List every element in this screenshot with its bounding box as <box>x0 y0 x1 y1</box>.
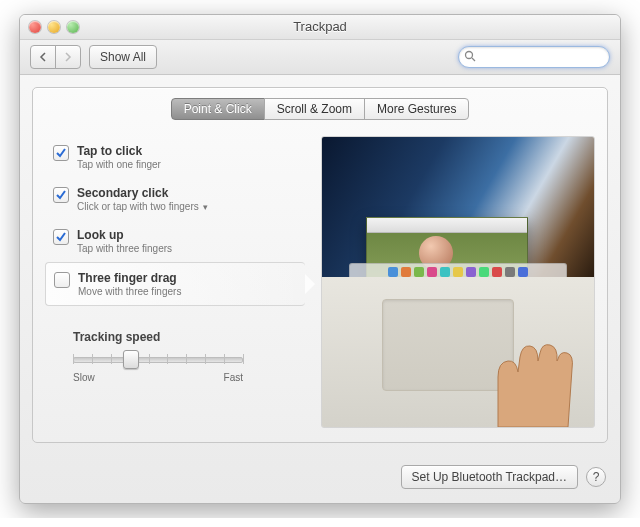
checkbox[interactable] <box>53 229 69 245</box>
tab-more-gestures[interactable]: More Gestures <box>364 98 469 120</box>
checkbox[interactable] <box>53 187 69 203</box>
back-button[interactable] <box>30 45 56 69</box>
preview-laptop-body <box>322 277 594 427</box>
svg-point-0 <box>466 52 473 59</box>
chevron-left-icon <box>39 52 47 62</box>
footer: Set Up Bluetooth Trackpad… ? <box>20 455 620 503</box>
setup-bluetooth-button[interactable]: Set Up Bluetooth Trackpad… <box>401 465 578 489</box>
slider-min-label: Slow <box>73 372 95 383</box>
forward-button[interactable] <box>55 45 81 69</box>
dock-app-icon <box>492 267 502 277</box>
nav-segment <box>30 45 81 69</box>
dock-app-icon <box>479 267 489 277</box>
gesture-preview <box>321 136 595 428</box>
preview-desktop <box>322 137 594 277</box>
slider-max-label: Fast <box>224 372 243 383</box>
help-label: ? <box>593 470 600 484</box>
titlebar: Trackpad <box>20 15 620 40</box>
tab-point-click[interactable]: Point & Click <box>171 98 265 120</box>
setup-bluetooth-label: Set Up Bluetooth Trackpad… <box>412 470 567 484</box>
dock-app-icon <box>440 267 450 277</box>
gesture-options: Tap to clickTap with one fingerSecondary… <box>45 136 305 428</box>
chevron-down-icon: ▾ <box>199 202 209 212</box>
search-input[interactable] <box>479 48 603 66</box>
dock-app-icon <box>388 267 398 277</box>
dock-app-icon <box>453 267 463 277</box>
tracking-speed-slider[interactable] <box>73 348 243 368</box>
option-label: Three finger drag <box>78 271 181 285</box>
tracking-speed-group: Tracking speed Slow Fast <box>45 330 305 383</box>
option-sub: Tap with one finger <box>77 159 161 170</box>
tab-bar: Point & ClickScroll & ZoomMore Gestures <box>45 98 595 120</box>
svg-line-1 <box>472 58 475 61</box>
option-sub[interactable]: Click or tap with two fingers ▾ <box>77 201 208 212</box>
checkbox[interactable] <box>54 272 70 288</box>
search-field[interactable] <box>458 46 610 68</box>
option-label: Secondary click <box>77 186 208 200</box>
show-all-label: Show All <box>100 50 146 64</box>
show-all-button[interactable]: Show All <box>89 45 157 69</box>
dock-app-icon <box>518 267 528 277</box>
option-sub: Tap with three fingers <box>77 243 172 254</box>
option-three-finger-drag[interactable]: Three finger dragMove with three fingers <box>45 262 305 306</box>
toolbar: Show All <box>20 40 620 75</box>
slider-knob[interactable] <box>123 350 139 369</box>
option-label: Tap to click <box>77 144 161 158</box>
tracking-speed-label: Tracking speed <box>73 330 305 344</box>
window-title: Trackpad <box>20 19 620 34</box>
dock-app-icon <box>427 267 437 277</box>
dock-app-icon <box>505 267 515 277</box>
search-icon <box>464 50 476 62</box>
option-sub: Move with three fingers <box>78 286 181 297</box>
dock-app-icon <box>466 267 476 277</box>
checkbox[interactable] <box>53 145 69 161</box>
chevron-right-icon <box>64 52 72 62</box>
option-label: Look up <box>77 228 172 242</box>
main-panel: Point & ClickScroll & ZoomMore Gestures … <box>32 87 608 443</box>
dock-app-icon <box>414 267 424 277</box>
help-button[interactable]: ? <box>586 467 606 487</box>
option-tap-to-click[interactable]: Tap to clickTap with one finger <box>45 136 305 178</box>
tab-scroll-zoom[interactable]: Scroll & Zoom <box>264 98 365 120</box>
dock-app-icon <box>401 267 411 277</box>
option-look-up[interactable]: Look upTap with three fingers <box>45 220 305 262</box>
hand-icon <box>468 317 588 427</box>
option-secondary-click[interactable]: Secondary clickClick or tap with two fin… <box>45 178 305 220</box>
prefs-window: Trackpad Show All Point & ClickScroll & … <box>19 14 621 504</box>
